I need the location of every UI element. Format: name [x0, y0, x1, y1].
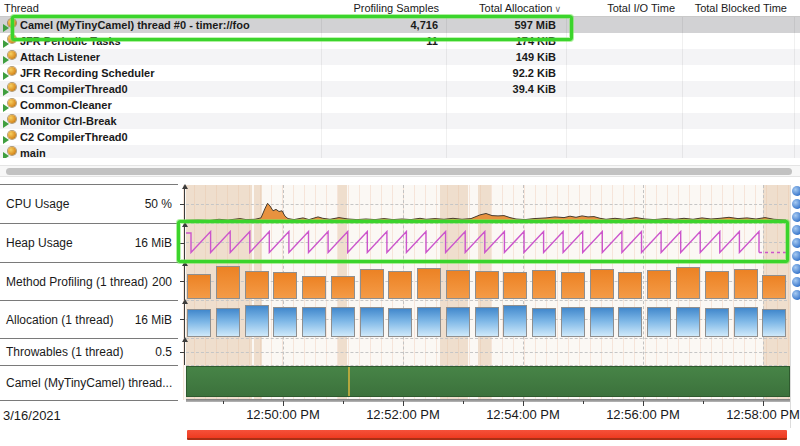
lane-config-icon[interactable] — [792, 212, 800, 222]
thread-table: Thread Profiling Samples Total Allocatio… — [0, 0, 800, 158]
column-header-total-blocked-time[interactable]: Total Blocked Time — [683, 2, 795, 14]
time-axis-major-tick — [523, 401, 524, 406]
heap-usage-chart[interactable] — [186, 223, 790, 262]
table-row[interactable]: Camel (MyTinyCamel) thread #0 - timer://… — [0, 17, 800, 33]
method-profiling-bar[interactable] — [245, 271, 269, 299]
allocation-bar[interactable] — [273, 307, 297, 337]
table-row[interactable]: Common-Cleaner — [0, 97, 800, 113]
table-row[interactable]: JFR Periodic Tasks11174 KiB — [0, 33, 800, 49]
time-axis-minor-tick — [223, 401, 224, 404]
method-profiling-bar[interactable] — [532, 270, 556, 299]
lane-config-icon[interactable] — [792, 199, 800, 209]
method-profiling-bar[interactable] — [590, 269, 614, 299]
lane-row-heap-usage[interactable]: Heap Usage 16 MiB — [0, 224, 178, 262]
allocation-bar[interactable] — [245, 305, 269, 337]
lane-row-camel-thread[interactable]: Camel (MyTinyCamel) thread... — [0, 366, 178, 400]
column-header-total-allocation-label: Total Allocation — [479, 2, 552, 14]
allocation-bar[interactable] — [302, 307, 326, 337]
method-profiling-bar[interactable] — [762, 275, 786, 299]
axis-tick-allocation: 16 MiB — [135, 313, 172, 327]
table-row[interactable]: C1 CompilerThread039.4 KiB — [0, 81, 800, 97]
lane-config-icon[interactable] — [792, 238, 800, 248]
allocation-bar[interactable] — [503, 305, 527, 337]
camel-thread-activity-span[interactable] — [186, 366, 790, 397]
method-profiling-bar[interactable] — [475, 271, 499, 299]
allocation-cell: 92.2 KiB — [447, 65, 567, 81]
running-thread-icon — [3, 147, 17, 159]
allocation-bar[interactable] — [331, 307, 355, 337]
method-profiling-bar[interactable] — [705, 271, 729, 299]
blocked-time-cell — [683, 113, 795, 129]
lane-row-cpu-usage[interactable]: CPU Usage 50 % — [0, 185, 178, 223]
column-header-total-allocation[interactable]: Total Allocation∨ — [447, 2, 567, 14]
allocation-cell: 174 KiB — [447, 33, 567, 49]
lane-row-allocation[interactable]: Allocation (1 thread) 16 MiB — [0, 301, 178, 338]
allocation-bar[interactable] — [475, 307, 499, 337]
lane-row-throwables[interactable]: Throwables (1 thread) 0.5 — [0, 339, 178, 365]
method-profiling-bar[interactable] — [273, 272, 297, 299]
allocation-bar[interactable] — [216, 308, 240, 337]
lane-config-icon[interactable] — [792, 290, 800, 300]
allocation-bar[interactable] — [734, 307, 758, 337]
lane-config-icon[interactable] — [792, 225, 800, 235]
method-profiling-bar[interactable] — [388, 271, 412, 299]
method-profiling-bar[interactable] — [360, 269, 384, 299]
lane-config-icon[interactable] — [792, 277, 800, 287]
running-thread-icon — [3, 83, 17, 96]
method-profiling-bar[interactable] — [618, 272, 642, 299]
horizontal-scrollbar-thumb[interactable] — [6, 168, 792, 175]
allocation-bar[interactable] — [360, 307, 384, 337]
panel-right-edge — [790, 185, 791, 428]
allocation-bar[interactable] — [187, 309, 211, 337]
table-row[interactable]: C2 CompilerThread0 — [0, 129, 800, 145]
allocation-bar[interactable] — [676, 307, 700, 337]
throwables-chart[interactable] — [186, 338, 790, 365]
allocation-bar[interactable] — [417, 307, 441, 337]
method-profiling-bar[interactable] — [647, 270, 671, 299]
thread-name: C2 CompilerThread0 — [20, 129, 128, 145]
axis-tickmark — [180, 352, 185, 353]
method-profiling-bar[interactable] — [302, 276, 326, 299]
method-profiling-bar[interactable] — [331, 276, 355, 299]
allocation-bar[interactable] — [532, 308, 556, 337]
method-profiling-bar[interactable] — [187, 274, 211, 299]
camel-thread-lane[interactable] — [186, 365, 790, 400]
method-profiling-bar[interactable] — [676, 267, 700, 299]
running-thread-icon — [3, 115, 17, 128]
time-range-selector[interactable] — [187, 430, 787, 440]
allocation-bar[interactable] — [446, 307, 470, 337]
allocation-cell — [447, 145, 567, 158]
allocation-chart[interactable] — [186, 300, 790, 338]
allocation-bar[interactable] — [647, 307, 671, 337]
allocation-bar[interactable] — [618, 307, 642, 337]
lane-config-icon[interactable] — [792, 186, 800, 196]
column-header-thread[interactable]: Thread — [0, 2, 322, 14]
table-row[interactable]: Attach Listener149 KiB — [0, 49, 800, 65]
thread-table-body: Camel (MyTinyCamel) thread #0 - timer://… — [0, 17, 800, 158]
allocation-bar[interactable] — [388, 308, 412, 337]
lane-config-icon[interactable] — [792, 264, 800, 274]
method-profiling-bar[interactable] — [734, 269, 758, 299]
allocation-bar[interactable] — [561, 307, 585, 337]
method-profiling-bar[interactable] — [503, 272, 527, 299]
method-profiling-bar[interactable] — [216, 266, 240, 299]
lane-config-icon[interactable] — [792, 251, 800, 261]
method-profiling-bar[interactable] — [446, 270, 470, 299]
thread-name: Common-Cleaner — [20, 97, 112, 113]
column-header-total-io-time[interactable]: Total I/O Time — [567, 2, 683, 14]
lane-row-method-profiling[interactable]: Method Profiling (1 thread) 200 — [0, 263, 178, 300]
allocation-bar[interactable] — [705, 308, 729, 337]
table-row[interactable]: JFR Recording Scheduler92.2 KiB — [0, 65, 800, 81]
cpu-usage-chart[interactable] — [186, 185, 790, 223]
table-row[interactable]: Monitor Ctrl-Break — [0, 113, 800, 129]
method-profiling-chart[interactable] — [186, 262, 790, 300]
method-profiling-bar[interactable] — [417, 268, 441, 299]
column-header-profiling-samples[interactable]: Profiling Samples — [322, 2, 447, 14]
table-row[interactable]: main — [0, 145, 800, 158]
horizontal-scrollbar-track[interactable] — [0, 165, 800, 177]
lane-y-axis — [184, 188, 185, 223]
allocation-bar[interactable] — [590, 307, 614, 337]
allocation-bar[interactable] — [762, 309, 786, 337]
thread-name-cell: Camel (MyTinyCamel) thread #0 - timer://… — [0, 17, 322, 33]
method-profiling-bar[interactable] — [561, 272, 585, 299]
